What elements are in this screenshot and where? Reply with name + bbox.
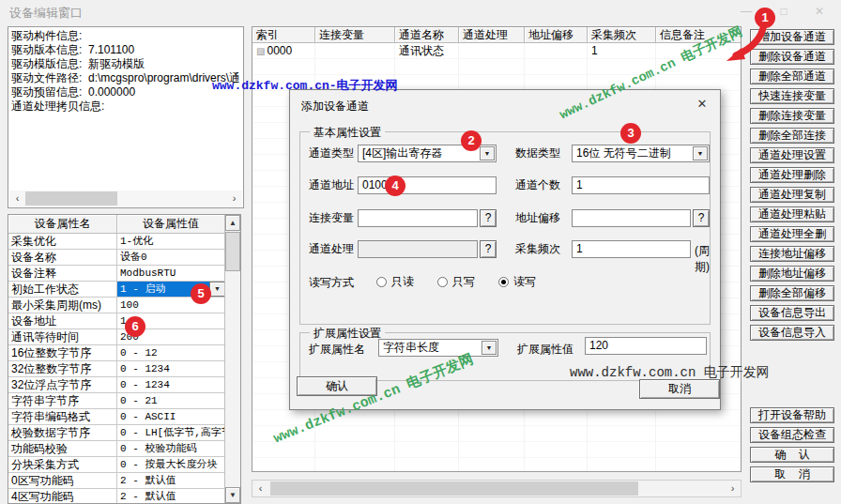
property-value[interactable]: 设备0 [117,250,225,266]
sidebar-button-3[interactable]: 删除全部通道 [750,69,834,84]
property-row[interactable]: 32位浮点字节序0 - 1234 [8,377,225,393]
property-name: 设备名称 [8,250,117,266]
channel-column-header[interactable]: 索引 [252,27,315,43]
sidebar-button-16[interactable]: 设备信息导入 [750,325,834,341]
dialog-cancel-button[interactable]: 取消 [639,379,720,399]
property-value[interactable]: 0 - 21 [117,393,225,409]
chevron-down-icon[interactable]: ▼ [480,146,495,160]
channel-process-help-button[interactable]: ? [480,240,497,258]
channel-process-input[interactable] [358,240,478,258]
channel-row[interactable]: ▨0000通讯状态1 [252,43,741,59]
data-type-value: 16位 无符号二进制 [576,146,671,160]
property-row[interactable]: 32位整数字节序0 - 1234 [8,361,225,377]
close-icon[interactable]: ✕ [805,2,833,21]
data-type-combobox[interactable]: 16位 无符号二进制 ▼ [572,145,710,162]
rw-option-只写[interactable]: 只写 [437,274,475,290]
property-row[interactable]: 字符串编码格式0 - ASCII [8,409,225,425]
sidebar-button-5[interactable]: 删除连接变量 [750,108,834,124]
property-row[interactable]: 0区写功能码2 - 默认值 [8,473,225,489]
scroll-left-icon[interactable]: ‹ [252,481,268,496]
property-row[interactable]: 字符串字节序0 - 21 [8,393,225,409]
property-value-text: 100 [120,299,139,311]
dialog-close-icon[interactable]: ✕ [694,96,711,113]
radio-icon[interactable] [376,277,387,287]
property-value[interactable]: ModbusRTU [117,266,225,282]
sidebar-button-4[interactable]: 快速连接变量 [750,88,834,104]
sidebar-bottom-button-4[interactable]: 取 消 [750,466,834,482]
chevron-down-icon[interactable]: ▼ [482,341,497,355]
property-row[interactable]: 16位整数字节序0 - 12 [8,345,225,361]
radio-icon[interactable] [498,277,509,287]
collect-frequency-input[interactable]: 1 [572,240,691,258]
property-value[interactable]: 0 - 12 [117,345,225,361]
sidebar-button-8[interactable]: 通道处理删除 [750,167,834,183]
property-row[interactable]: 分块采集方式0 - 按最大长度分块 [8,457,225,473]
channel-column-header[interactable]: 地址偏移 [525,27,588,43]
sidebar-button-9[interactable]: 通道处理复制 [750,187,834,203]
rw-option-只读[interactable]: 只读 [376,274,414,290]
sidebar-bottom-button-3[interactable]: 确 认 [750,447,834,463]
data-type-label: 数据类型 [515,146,560,160]
dialog-ok-button[interactable]: 确认 [297,376,377,396]
sidebar-button-13[interactable]: 删除地址偏移 [750,266,834,282]
sidebar-button-7[interactable]: 通道处理设置 [750,147,834,163]
dropdown-button[interactable]: ▼ [209,282,225,297]
scroll-left-icon[interactable]: ‹ [9,191,25,206]
channel-address-input[interactable]: 0100 [358,176,497,194]
property-value[interactable]: 0 - 按最大长度分块 [117,457,225,473]
property-value[interactable]: 0 - 校验功能码 [117,441,225,457]
sidebar-bottom-button-2[interactable]: 设备组态检查 [750,427,834,443]
chevron-down-icon[interactable]: ▼ [693,146,708,160]
property-value[interactable]: 2 - 默认值 [117,489,225,504]
channel-column-header[interactable]: 连接变量 [315,27,395,43]
ext-attr-name-combobox[interactable]: 字符串长度 ▼ [378,339,498,357]
property-value[interactable]: 0 - LH[低字节,高字节] [117,425,225,441]
scrollbar-thumb[interactable] [25,191,117,206]
property-row[interactable]: 4区写功能码2 - 默认值 [8,489,225,504]
channel-column-header[interactable]: 采集频次 [588,27,656,43]
property-value[interactable]: 0 - 1234 [117,377,225,393]
scroll-right-icon[interactable]: › [725,481,741,496]
property-row[interactable]: 采集优化1-优化 [8,234,225,250]
scrollbar-thumb[interactable] [225,232,240,271]
property-name: 初始工作状态 [8,282,117,298]
scroll-down-icon[interactable]: ▼ [225,487,240,503]
property-value[interactable]: 1-优化 [117,234,225,250]
channel-cell [459,59,525,75]
scroll-up-icon[interactable]: ▲ [225,215,240,231]
driver-info-line: 驱动模版信息: 新驱动模版 [11,57,240,71]
radio-icon[interactable] [437,277,448,287]
property-row[interactable]: 设备注释ModbusRTU [8,266,225,282]
channel-column-header[interactable]: 通道名称 [395,27,459,43]
sidebar-button-14[interactable]: 删除全部偏移 [750,285,834,301]
address-offset-help-button[interactable]: ? [693,209,710,227]
channel-count-input[interactable]: 1 [572,176,710,194]
scrollbar-track[interactable] [268,481,725,496]
property-row[interactable]: 设备名称设备0 [8,250,225,266]
address-offset-input[interactable] [572,209,691,227]
rw-option-读写[interactable]: 读写 [498,274,536,290]
sidebar-button-6[interactable]: 删除全部连接 [750,128,834,144]
scrollbar-thumb[interactable] [270,481,638,496]
scroll-right-icon[interactable]: › [226,191,242,206]
property-row[interactable]: 功能码校验0 - 校验功能码 [8,441,225,457]
link-variable-help-button[interactable]: ? [480,209,497,227]
sidebar-button-12[interactable]: 连接地址偏移 [750,246,834,262]
channel-horizontal-scrollbar[interactable]: ‹ › [252,480,742,497]
property-row[interactable]: 通讯等待时间200 [8,329,225,345]
channel-column-header[interactable]: 通道处理 [459,27,525,43]
sidebar-button-10[interactable]: 通道处理粘贴 [750,206,834,222]
driver-horizontal-scrollbar[interactable]: ‹ › [9,191,242,206]
scrollbar-track[interactable] [25,191,226,206]
sidebar-button-11[interactable]: 通道处理全删 [750,226,834,242]
sidebar-bottom-button-1[interactable]: 打开设备帮助 [750,407,834,423]
property-row[interactable]: 设备地址1 [8,313,225,329]
property-value[interactable]: 0 - ASCII [117,409,225,425]
ext-attr-value-input[interactable]: 120 [585,337,707,355]
link-variable-input[interactable] [358,209,478,227]
sidebar-button-15[interactable]: 设备信息导出 [750,305,834,321]
property-row[interactable]: 校验数据字节序0 - LH[低字节,高字节] [8,425,225,441]
property-vertical-scrollbar[interactable]: ▲ ▼ [224,215,240,503]
property-value[interactable]: 2 - 默认值 [117,473,225,489]
property-value[interactable]: 0 - 1234 [117,361,225,377]
